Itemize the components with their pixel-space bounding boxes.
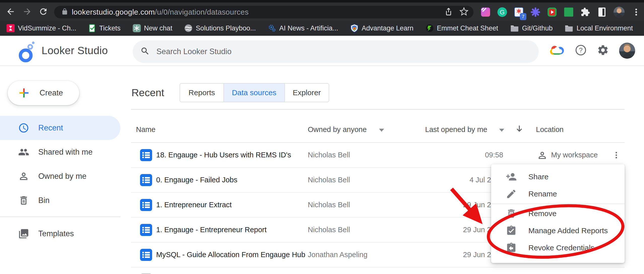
bookmark-new-chat[interactable]: New chat (133, 24, 173, 32)
browser-toolbar: lookerstudio.google.com/u/0/navigation/d… (0, 3, 644, 21)
flower-extension-icon[interactable] (530, 7, 540, 17)
last-opened-filter-caret-icon[interactable] (499, 129, 504, 132)
green-square-icon[interactable] (564, 7, 574, 17)
sidebar-item-recent[interactable]: Recent (0, 116, 120, 140)
clipboard-return-icon (506, 242, 517, 253)
row-name[interactable]: 18. Engauge - Hub Users with REMS ID's (156, 143, 291, 167)
folder-icon (510, 25, 519, 32)
bookmark-advantage-learn[interactable]: Advantage Learn (350, 24, 414, 32)
emmet-icon (426, 24, 434, 32)
google-cloud-icon[interactable] (550, 44, 565, 57)
shield-icon (350, 24, 358, 32)
menu-item-revoke-credentials[interactable]: Revoke Credentials (491, 239, 625, 256)
search-bar[interactable] (133, 40, 539, 63)
data-source-icon (140, 199, 152, 212)
pencil-icon (506, 188, 517, 199)
grammarly-icon[interactable]: G (497, 7, 507, 17)
bookmark-star-icon[interactable] (459, 7, 468, 17)
data-source-icon (140, 149, 152, 162)
bookmark-ai-news[interactable]: AI News - Artificia... (268, 24, 338, 32)
create-button[interactable]: Create (8, 81, 79, 105)
sidebar-item-owned-by-me[interactable]: Owned by me (0, 164, 120, 188)
extensions-puzzle-icon[interactable] (580, 7, 590, 17)
asterisk-extension-icon[interactable]: 7 (514, 7, 524, 17)
settings-gear-icon[interactable] (597, 44, 609, 57)
sidebar-item-shared-with-me[interactable]: Shared with me (0, 140, 120, 164)
row-owner: Nicholas Bell (308, 143, 350, 167)
row-name[interactable]: MySQL - Guide Allocation From Engauge Hu… (156, 243, 305, 267)
search-icon (140, 46, 150, 57)
person-icon (18, 171, 29, 182)
row-name[interactable]: 1. Entrepreneur Extract (156, 193, 232, 217)
url-text: lookerstudio.google.com/u/0/navigation/d… (72, 8, 249, 16)
trash-icon (18, 195, 29, 206)
share-page-icon[interactable] (444, 7, 453, 17)
row-owner: Nicholas Bell (308, 168, 350, 192)
column-header-owner[interactable]: Owned by anyone (308, 125, 367, 134)
user-avatar[interactable] (619, 43, 635, 59)
row-owner: Nicholas Bell (308, 218, 350, 242)
tab-reports[interactable]: Reports (180, 84, 223, 102)
side-panel-icon[interactable] (597, 7, 607, 17)
templates-icon (18, 228, 29, 239)
sidebar: Recent Shared with me Owned by me Bin Te… (0, 116, 120, 246)
search-input[interactable] (156, 47, 509, 56)
row-name[interactable]: 0. Engauge - Failed Jobs (156, 168, 237, 192)
person-add-icon (506, 171, 517, 182)
ticket-doc-icon (88, 24, 96, 32)
bookmark-vidsummize[interactable]: VidSummize - Ch... (7, 24, 76, 32)
openai-icon (133, 24, 141, 32)
back-icon[interactable] (6, 7, 16, 17)
sidebar-item-templates[interactable]: Templates (0, 222, 120, 246)
column-header-location: Location (536, 125, 564, 134)
menu-item-share[interactable]: Share (491, 168, 625, 185)
app-title[interactable]: Looker Studio (42, 36, 108, 65)
sidebar-item-bin[interactable]: Bin (0, 188, 120, 213)
tab-explorer[interactable]: Explorer (284, 84, 329, 102)
lock-icon (61, 8, 68, 16)
gears-icon (268, 24, 276, 32)
help-icon[interactable]: ? (575, 44, 587, 57)
column-header-last-opened[interactable]: Last opened by me (425, 125, 487, 134)
page-title: Recent (131, 87, 164, 99)
menu-item-remove[interactable]: Remove (491, 205, 625, 222)
extension-gradient-icon[interactable] (481, 7, 491, 17)
clipboard-check-icon (506, 225, 517, 236)
bookmark-folder-local-env[interactable]: Local Environment (565, 24, 633, 32)
tab-data-sources[interactable]: Data sources (223, 84, 284, 102)
folder-icon (565, 25, 573, 32)
adblock-play-icon[interactable] (547, 7, 557, 17)
content-tabs: Reports Data sources Explorer (180, 83, 329, 102)
menu-item-manage-added-reports[interactable]: Manage Added Reports (491, 222, 625, 239)
sidebar-item-label: Owned by me (38, 172, 86, 181)
owner-filter-caret-icon[interactable] (379, 129, 384, 132)
sidebar-item-label: Bin (38, 196, 50, 205)
data-source-icon (140, 224, 152, 237)
row-overflow-menu-icon[interactable] (610, 149, 623, 161)
table-row[interactable] (131, 267, 625, 274)
url-path: /u/0/navigation/datasources (155, 8, 249, 16)
browser-menu-icon[interactable] (631, 7, 641, 17)
forward-icon[interactable] (22, 7, 32, 17)
hourglass-icon (7, 24, 15, 32)
bookmark-emmet[interactable]: Emmet Cheat Sheet (426, 24, 498, 32)
browser-tab-strip (0, 0, 644, 3)
sidebar-item-label: Templates (38, 229, 74, 238)
bookmark-folder-git[interactable]: Git/Github (510, 24, 553, 32)
row-owner: Jonathan Aspeling (308, 243, 367, 267)
url-domain: lookerstudio.google.com (72, 8, 155, 16)
row-name[interactable]: 1. Engauge - Entrepreneur Report (156, 218, 267, 242)
screen: lookerstudio.google.com/u/0/navigation/d… (0, 0, 644, 274)
bookmark-solutions[interactable]: Solutions Playboo... (184, 24, 256, 32)
column-header-name[interactable]: Name (136, 125, 155, 134)
bookmarks-bar: VidSummize - Ch... Tickets New chat Solu… (0, 21, 644, 36)
browser-profile-avatar[interactable] (614, 7, 625, 18)
looker-studio-logo[interactable] (16, 40, 38, 62)
sort-direction-icon[interactable] (515, 124, 524, 135)
reload-icon[interactable] (38, 7, 48, 17)
menu-item-rename[interactable]: Rename (491, 185, 625, 202)
url-bar[interactable]: lookerstudio.google.com/u/0/navigation/d… (54, 6, 473, 18)
sidebar-item-label: Recent (38, 123, 63, 132)
bookmark-tickets[interactable]: Tickets (88, 24, 121, 32)
extension-badge: 7 (520, 13, 526, 20)
